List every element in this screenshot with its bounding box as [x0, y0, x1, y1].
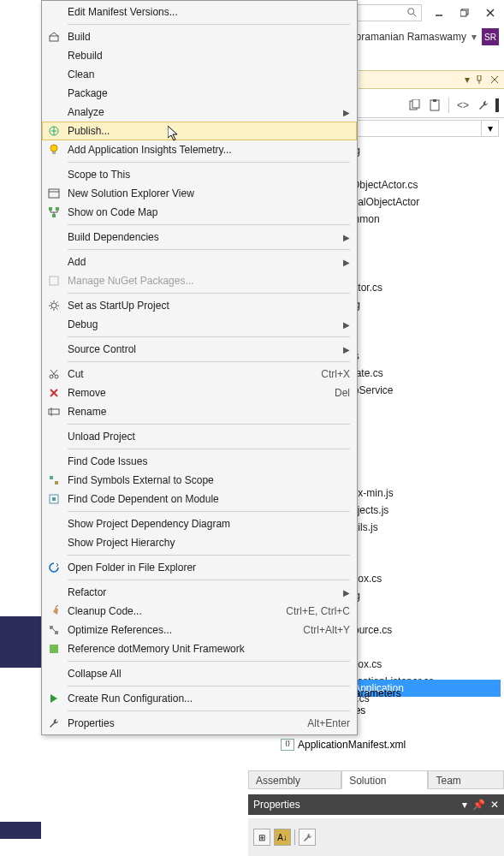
project-context-menu: Edit Manifest Versions... Build Rebuild …	[41, 0, 358, 735]
svg-rect-21	[49, 207, 52, 211]
wrench-icon	[47, 716, 61, 730]
properties-title: Properties	[253, 799, 462, 811]
svg-rect-23	[52, 214, 56, 217]
svg-rect-38	[55, 631, 58, 634]
menu-analyze[interactable]: Analyze▶	[42, 103, 357, 122]
search-icon	[406, 7, 418, 19]
user-dropdown-arrow[interactable]: ▾	[471, 31, 477, 43]
alphabetical-icon[interactable]: A↓	[274, 829, 291, 846]
properties-header: Properties ▾ 📌 ✕	[248, 794, 504, 815]
menu-rebuild[interactable]: Rebuild	[42, 46, 357, 65]
svg-rect-35	[52, 497, 56, 501]
close-icon[interactable]: ✕	[490, 799, 499, 811]
nuget-icon	[47, 274, 61, 288]
menu-rename[interactable]: Rename	[42, 402, 357, 421]
menu-debug[interactable]: Debug▶	[42, 315, 357, 334]
pin-icon[interactable]	[473, 74, 485, 86]
submenu-arrow-icon: ▶	[343, 233, 350, 242]
svg-rect-32	[50, 476, 53, 479]
copy-icon[interactable]	[406, 97, 423, 114]
broom-icon	[47, 604, 61, 618]
svg-rect-24	[50, 276, 58, 285]
xml-file-icon: ⟨⟩	[281, 739, 294, 751]
menu-find-dependent[interactable]: Find Code Dependent on Module	[42, 490, 357, 508]
svg-rect-30	[49, 409, 59, 414]
menu-startup[interactable]: Set as StartUp Project	[42, 296, 357, 315]
menu-collapse-all[interactable]: Collapse All	[42, 664, 357, 683]
svg-rect-12	[412, 99, 419, 108]
search-dropdown-button[interactable]: ▾	[482, 120, 499, 137]
menu-codemap[interactable]: Show on Code Map	[42, 203, 357, 222]
menu-find-issues[interactable]: Find Code Issues	[42, 452, 357, 471]
gear-icon	[47, 299, 61, 312]
scissors-icon	[47, 367, 61, 381]
svg-rect-7	[477, 75, 481, 80]
menu-open-folder[interactable]: Open Folder in File Explorer	[42, 558, 357, 577]
menu-build[interactable]: Build	[42, 27, 357, 46]
run-config-icon	[47, 692, 61, 705]
svg-marker-41	[50, 694, 57, 703]
submenu-arrow-icon: ▶	[343, 108, 350, 117]
menu-run-config[interactable]: Create Run Configuration...	[42, 689, 357, 708]
tab-team-explorer[interactable]: Team Explorer	[428, 770, 504, 789]
menu-optimize[interactable]: Optimize References...Ctrl+Alt+Y	[42, 621, 357, 639]
menu-new-view[interactable]: New Solution Explorer View	[42, 184, 357, 203]
wrench-icon[interactable]	[475, 97, 492, 114]
svg-point-0	[408, 9, 414, 15]
menu-clean[interactable]: Clean	[42, 65, 357, 84]
menu-properties[interactable]: PropertiesAlt+Enter	[42, 714, 357, 733]
menu-cut[interactable]: CutCtrl+X	[42, 365, 357, 383]
tree-label: ApplicationManifest.xml	[298, 739, 406, 751]
svg-rect-4	[460, 10, 466, 16]
codemap-icon	[47, 205, 61, 219]
menu-show-hierarchy[interactable]: Show Project Hierarchy	[42, 533, 357, 552]
svg-rect-33	[55, 481, 58, 484]
tab-assembly-explorer[interactable]: Assembly Explorer	[248, 770, 341, 789]
properties-dropdown-icon[interactable]: ▾	[462, 799, 467, 811]
menu-remove[interactable]: RemoveDel	[42, 383, 357, 402]
menu-telemetry[interactable]: Add Application Insights Telemetry...	[42, 140, 357, 159]
svg-rect-18	[52, 152, 56, 154]
module-icon	[47, 492, 61, 506]
avatar[interactable]: SR	[482, 28, 499, 45]
menu-scope[interactable]: Scope to This	[42, 165, 357, 184]
menu-add[interactable]: Add▶	[42, 253, 357, 271]
submenu-arrow-icon: ▶	[343, 588, 350, 597]
menu-nuget: Manage NuGet Packages...	[42, 271, 357, 290]
menu-edit-manifest[interactable]: Edit Manifest Versions...	[42, 3, 357, 21]
publish-icon	[47, 124, 61, 138]
minimize-button[interactable]	[430, 4, 448, 21]
restore-button[interactable]	[456, 4, 473, 21]
wrench-icon[interactable]	[299, 829, 316, 846]
menu-publish[interactable]: Publish...	[42, 122, 357, 140]
menu-source-control[interactable]: Source Control▶	[42, 340, 357, 359]
pin-icon[interactable]: 📌	[472, 799, 485, 811]
svg-point-25	[51, 303, 56, 308]
panel-dropdown-icon[interactable]: ▾	[465, 74, 470, 86]
menu-refactor[interactable]: Refactor▶	[42, 583, 357, 602]
close-button[interactable]	[482, 4, 499, 21]
categorized-icon[interactable]: ⊞	[253, 829, 270, 846]
menu-build-deps[interactable]: Build Dependencies▶	[42, 228, 357, 247]
menu-find-symbols[interactable]: Find Symbols External to Scope	[42, 471, 357, 490]
menu-dotmemory[interactable]: Reference dotMemory Unit Framework	[42, 639, 357, 658]
menu-package[interactable]: Package	[42, 84, 357, 103]
rename-icon	[47, 405, 61, 419]
svg-rect-15	[50, 36, 58, 41]
code-icon[interactable]: <>	[454, 97, 471, 114]
window-icon	[47, 187, 61, 200]
svg-line-1	[413, 14, 417, 17]
svg-point-17	[50, 145, 57, 152]
menu-unload[interactable]: Unload Project	[42, 427, 357, 446]
properties-toolbar: ⊞ A↓	[248, 818, 504, 856]
svg-rect-37	[50, 626, 53, 629]
tree-item[interactable]: ⟨⟩ApplicationManifest.xml	[269, 736, 487, 753]
tab-solution-explorer[interactable]: Solution Explorer	[341, 770, 428, 789]
menu-cleanup[interactable]: Cleanup Code...Ctrl+E, Ctrl+C	[42, 602, 357, 621]
lightbulb-icon	[47, 143, 61, 157]
paste-icon[interactable]	[426, 97, 443, 114]
user-name[interactable]: bramanian Ramaswamy	[356, 31, 466, 43]
menu-show-dependency-diagram[interactable]: Show Project Dependency Diagram	[42, 514, 357, 533]
panel-close-icon[interactable]	[489, 74, 501, 86]
svg-rect-19	[49, 189, 59, 198]
